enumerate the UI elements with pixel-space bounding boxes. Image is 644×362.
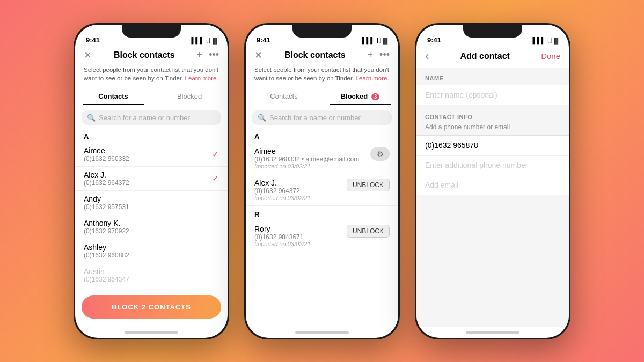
contacts-list-1: A Aimee (0)1632 960332 ✓ Alex J. (0)1632… — [75, 128, 228, 290]
more-icon-1[interactable]: ••• — [209, 49, 219, 61]
blocked-badge: 3 — [371, 93, 380, 100]
search-icon-2: 🔍 — [258, 114, 266, 122]
additional-phone-placeholder: Enter additional phone number — [425, 161, 528, 169]
tab-contacts-2[interactable]: Contacts — [246, 88, 322, 105]
tab-blocked-1[interactable]: Blocked — [151, 88, 228, 105]
contact-anthonyk-1[interactable]: Anthony K. (0)1632 970922 — [75, 215, 228, 239]
tabs-2: Contacts Blocked 3 — [246, 88, 398, 105]
battery-icon-1: ▓ — [213, 37, 217, 43]
contact-alexj-1[interactable]: Alex J. (0)1632 964372 ✓ — [75, 167, 228, 191]
gear-button-aimee[interactable] — [370, 147, 390, 161]
status-time-1: 9:41 — [86, 36, 100, 44]
wifi-icon-1: ⌊⌋ — [206, 37, 210, 44]
tabs-1: Contacts Blocked — [75, 88, 228, 105]
blocked-list: A Aimee (0)1632 960332 • aimee@email.com… — [246, 128, 398, 327]
signal-icon-2: ▌▌▌ — [362, 37, 375, 43]
home-indicator-2 — [246, 327, 398, 338]
wifi-icon-3: ⌊⌋ — [547, 37, 552, 44]
add-contact-body: NAME Enter name (optional) CONTACT INFO … — [416, 68, 569, 327]
wifi-icon-2: ⌊⌋ — [377, 37, 381, 44]
blocked-aimee: Aimee (0)1632 960332 • aimee@email.com I… — [246, 143, 398, 174]
contact-info-field-group: (0)1632 965878 Enter additional phone nu… — [416, 135, 569, 195]
notch-1 — [122, 25, 181, 38]
close-icon-1[interactable]: ✕ — [84, 49, 92, 61]
phone-1: 9:41 ▌▌▌ ⌊⌋ ▓ ✕ Block contacts + ••• Sel… — [74, 23, 229, 339]
more-icon-2[interactable]: ••• — [379, 49, 390, 61]
contact-aimee-1[interactable]: Aimee (0)1632 960332 ✓ — [75, 143, 228, 167]
contact-austin-1: Austin (0)1632 964347 — [75, 263, 228, 287]
status-icons-1: ▌▌▌ ⌊⌋ ▓ — [192, 37, 217, 44]
description-1: Select people from your contact list tha… — [75, 65, 228, 88]
tab-blocked-2[interactable]: Blocked 3 — [322, 88, 398, 105]
battery-icon-3: ▓ — [554, 37, 558, 43]
section-letter-a-1: A — [75, 128, 228, 143]
search-bar-2[interactable]: 🔍 Search for a name or number — [252, 110, 392, 125]
home-indicator-1 — [75, 327, 228, 338]
status-icons-3: ▌▌▌ ⌊⌋ ▓ — [533, 37, 558, 44]
screen-title-2: Block contacts — [284, 50, 346, 60]
unblock-rory-button[interactable]: UNBLOCK — [347, 225, 390, 238]
email-placeholder: Add email — [425, 181, 458, 189]
search-placeholder-2: Search for a name or number — [269, 114, 361, 122]
section-letter-r: R — [246, 206, 398, 220]
phone-value-row[interactable]: (0)1632 965878 — [416, 136, 569, 156]
block-contacts-button[interactable]: BLOCK 2 CONTACTS — [82, 295, 221, 319]
contact-ashley-1[interactable]: Ashley (0)1632 960882 — [75, 239, 228, 263]
nav-bar-3: ‹ Add contact Done — [416, 47, 569, 68]
contact-andy-1[interactable]: Andy (0)1632 957531 — [75, 191, 228, 215]
email-row[interactable]: Add email — [416, 175, 569, 195]
add-icon-1[interactable]: + — [197, 49, 203, 61]
signal-icon-3: ▌▌▌ — [533, 37, 545, 43]
status-time-2: 9:41 — [257, 36, 270, 44]
blocked-alexj: Alex J. (0)1632 964372 Imported on 03/02… — [246, 174, 398, 206]
search-icon-1: 🔍 — [87, 114, 96, 122]
done-button[interactable]: Done — [541, 51, 560, 61]
unblock-alexj-button[interactable]: UNBLOCK — [347, 179, 390, 191]
search-placeholder-1: Search for a name or number — [99, 114, 190, 122]
back-icon-3[interactable]: ‹ — [425, 49, 429, 63]
home-indicator-3 — [416, 327, 569, 338]
additional-phone-row[interactable]: Enter additional phone number — [416, 156, 569, 175]
learn-more-link-1[interactable]: Learn more. — [185, 75, 218, 82]
learn-more-link-2[interactable]: Learn more. — [356, 75, 389, 82]
signal-icon-1: ▌▌▌ — [192, 37, 204, 43]
phone-2: 9:41 ▌▌▌ ⌊⌋ ▓ ✕ Block contacts + ••• Sel… — [244, 23, 400, 339]
phone-3: 9:41 ▌▌▌ ⌊⌋ ▓ ‹ Add contact Done NAME En… — [415, 23, 570, 339]
section-letter-a-2: A — [246, 128, 398, 143]
name-section-header: NAME — [416, 68, 569, 85]
contact-info-subheader: Add a phone number or email — [416, 123, 569, 135]
name-placeholder: Enter name (optional) — [425, 91, 497, 99]
blocked-rory: Rory (0)1632 9843671 Imported on 03/02/2… — [246, 220, 398, 252]
phone-number-value: (0)1632 965878 — [425, 141, 478, 150]
screen-title-3: Add contact — [460, 51, 510, 61]
check-alexj-1: ✓ — [212, 173, 219, 183]
name-field-row[interactable]: Enter name (optional) — [416, 85, 569, 105]
close-icon-2[interactable]: ✕ — [254, 49, 262, 61]
status-icons-2: ▌▌▌ ⌊⌋ ▓ — [362, 37, 387, 44]
notch-2 — [292, 25, 352, 38]
notch-3 — [463, 25, 522, 38]
search-bar-1[interactable]: 🔍 Search for a name or number — [82, 110, 221, 125]
status-time-3: 9:41 — [427, 36, 441, 44]
contact-info-header: CONTACT INFO — [416, 106, 569, 123]
screen-title-1: Block contacts — [114, 50, 175, 60]
name-field-group: Enter name (optional) — [416, 85, 569, 105]
battery-icon-2: ▓ — [383, 37, 387, 43]
nav-bar-1: ✕ Block contacts + ••• — [75, 47, 228, 65]
add-icon-2[interactable]: + — [368, 49, 374, 61]
nav-bar-2: ✕ Block contacts + ••• — [246, 47, 398, 65]
description-2: Select people from your contact list tha… — [246, 65, 398, 88]
tab-contacts-1[interactable]: Contacts — [75, 88, 151, 105]
check-aimee-1: ✓ — [212, 149, 219, 159]
